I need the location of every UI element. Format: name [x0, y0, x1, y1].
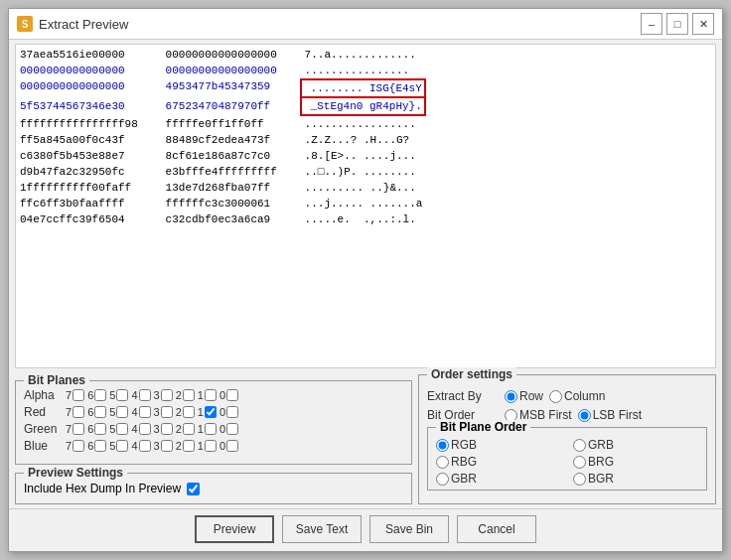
green-bit6-check[interactable]	[94, 423, 106, 435]
alpha-bit1-check[interactable]	[205, 389, 217, 401]
alpha-bit6-check[interactable]	[94, 389, 106, 401]
alpha-bit5: 5	[109, 389, 128, 401]
alpha-bit2-check[interactable]	[183, 389, 195, 401]
include-hex-checkbox[interactable]	[187, 483, 200, 495]
blue-bit7-check[interactable]	[73, 440, 84, 452]
order-settings-title: Order settings	[427, 367, 516, 381]
close-button[interactable]: ✕	[692, 13, 714, 35]
green-bit5-check[interactable]	[116, 423, 128, 435]
row-label: Row	[519, 389, 543, 403]
alpha-bit3: 3	[154, 389, 173, 401]
blue-bit0-check[interactable]	[226, 440, 238, 452]
alpha-bit0-check[interactable]	[226, 389, 238, 401]
hex-preview-area[interactable]: 37aea5516ie00000 00000000000000000 7..a.…	[15, 44, 716, 368]
hex-line: ffc6ff3b0faaffff ffffffc3c3000061 ...j..…	[20, 196, 711, 211]
alpha-bit4: 4	[131, 389, 150, 401]
lsb-radio[interactable]	[578, 409, 591, 422]
buttons-row: Preview Save Text Save Bin Cancel	[9, 508, 722, 551]
blue-bit1-check[interactable]	[205, 440, 217, 452]
column-label: Column	[564, 389, 605, 403]
blue-bit4-check[interactable]	[139, 440, 151, 452]
rgb-radio-item: RGB	[436, 438, 561, 452]
green-bit3-check[interactable]	[161, 423, 173, 435]
blue-bit3-check[interactable]	[161, 440, 173, 452]
green-row: Green 7 6 5 4 3 2 1 0	[24, 422, 403, 436]
bit-planes-title: Bit Planes	[24, 373, 89, 387]
save-text-button[interactable]: Save Text	[282, 515, 362, 543]
red-bit7-check[interactable]	[73, 406, 84, 418]
alpha-bit1: 1	[198, 389, 217, 401]
preview-settings-title: Preview Settings	[24, 466, 127, 480]
rbg-radio[interactable]	[436, 456, 449, 469]
window-title: Extract Preview	[39, 17, 128, 32]
alpha-bit5-check[interactable]	[116, 389, 128, 401]
row-radio[interactable]	[505, 390, 517, 403]
green-bit4-check[interactable]	[139, 423, 151, 435]
lsb-radio-item: LSB First	[578, 408, 642, 422]
grb-radio[interactable]	[573, 439, 586, 452]
preview-content: 37aea5516ie00000 00000000000000000 7..a.…	[16, 45, 715, 229]
hex-line-highlighted: 0000000000000000 4953477b45347359 ......…	[20, 78, 711, 98]
column-radio-item: Column	[549, 389, 605, 403]
save-bin-button[interactable]: Save Bin	[369, 515, 449, 543]
brg-radio-item: BRG	[573, 455, 698, 469]
restore-button[interactable]: □	[666, 13, 688, 35]
red-bit1-check[interactable]	[205, 406, 217, 418]
row-radio-item: Row	[505, 389, 543, 403]
hex-line-highlighted: 5f53744567346e30 67523470487970ff _StEg4…	[20, 98, 711, 116]
grb-radio-item: GRB	[573, 438, 698, 452]
bit-plane-order-title: Bit Plane Order	[436, 420, 530, 434]
hex-line: 0000000000000000 00000000000000000 .....…	[20, 63, 711, 78]
minimize-button[interactable]: –	[641, 13, 662, 35]
brg-radio[interactable]	[573, 456, 586, 469]
gbr-radio[interactable]	[436, 473, 449, 486]
title-bar-left: S Extract Preview	[17, 16, 128, 32]
hex-line: c6380f5b453e88e7 8cf61e186a87c7c0 .8.[E>…	[20, 148, 711, 164]
preview-button[interactable]: Preview	[195, 515, 274, 543]
red-bit2-check[interactable]	[183, 406, 195, 418]
rgb-radio[interactable]	[436, 439, 449, 452]
red-bit0-check[interactable]	[226, 406, 238, 418]
extract-by-label: Extract By	[427, 389, 497, 403]
app-icon: S	[17, 16, 33, 32]
green-bit0-check[interactable]	[226, 423, 238, 435]
blue-bit5-check[interactable]	[116, 440, 128, 452]
column-radio[interactable]	[549, 390, 562, 403]
hex-line: 04e7ccffc39f6504 c32cdbf0ec3a6ca9 .....e…	[20, 211, 711, 227]
hex-line: d9b47fa2c32950fc e3bfffe4fffffffff ..□..…	[20, 164, 711, 180]
order-settings-group: Order settings Extract By Row Column	[418, 374, 716, 504]
bgr-radio[interactable]	[573, 473, 586, 486]
blue-bit6-check[interactable]	[94, 440, 106, 452]
green-bit7-check[interactable]	[73, 423, 84, 435]
cancel-button[interactable]: Cancel	[457, 515, 536, 543]
red-bit4-check[interactable]	[139, 406, 151, 418]
alpha-checkboxes: 7 6 5 4 3 2 1 0	[66, 389, 240, 401]
green-bit1-check[interactable]	[205, 423, 217, 435]
preview-settings-group: Preview Settings Include Hex Dump In Pre…	[15, 473, 412, 504]
blue-row: Blue 7 6 5 4 3 2 1 0	[24, 439, 403, 453]
bit-plane-order-group: Bit Plane Order RGB GRB RBG	[427, 427, 707, 490]
bit-plane-order-grid: RGB GRB RBG BRG	[436, 432, 698, 486]
blue-checkboxes: 7 6 5 4 3 2 1 0	[66, 440, 240, 452]
extract-preview-window: S Extract Preview – □ ✕ 37aea5516ie00000…	[8, 8, 723, 552]
red-bit6-check[interactable]	[94, 406, 106, 418]
alpha-bit3-check[interactable]	[161, 389, 173, 401]
bottom-section: Bit Planes Alpha 7 6 5 4 3 2 1 0	[9, 370, 722, 508]
alpha-bit0: 0	[219, 389, 238, 401]
bgr-radio-item: BGR	[573, 472, 698, 486]
red-bit3-check[interactable]	[161, 406, 173, 418]
right-panel: Order settings Extract By Row Column	[418, 374, 716, 504]
bit-planes-group: Bit Planes Alpha 7 6 5 4 3 2 1 0	[15, 380, 412, 465]
title-bar-controls: – □ ✕	[641, 13, 714, 35]
alpha-row: Alpha 7 6 5 4 3 2 1 0	[24, 388, 403, 402]
alpha-bit4-check[interactable]	[139, 389, 151, 401]
blue-bit2-check[interactable]	[183, 440, 195, 452]
rbg-radio-item: RBG	[436, 455, 561, 469]
red-checkboxes: 7 6 5 4 3 2 1 0	[66, 406, 240, 418]
red-bit5-check[interactable]	[116, 406, 128, 418]
hex-line: 1ffffffffff00faff 13de7d268fba07ff .....…	[20, 180, 711, 196]
alpha-bit7-check[interactable]	[73, 389, 84, 401]
left-panel: Bit Planes Alpha 7 6 5 4 3 2 1 0	[15, 374, 412, 504]
green-bit2-check[interactable]	[183, 423, 195, 435]
green-checkboxes: 7 6 5 4 3 2 1 0	[66, 423, 240, 435]
